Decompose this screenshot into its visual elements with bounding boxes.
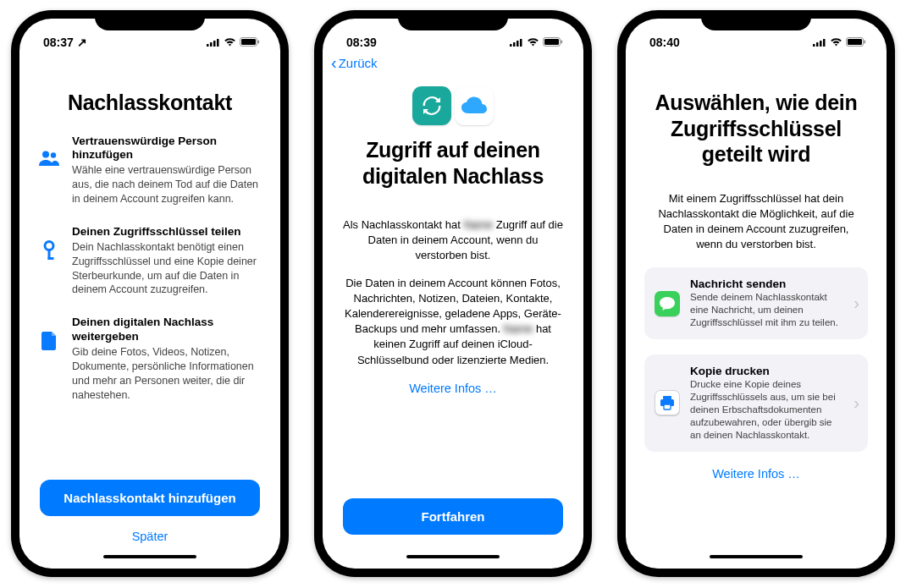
option-send-message[interactable]: Nachricht senden Sende deinem Nachlassko… [644, 267, 868, 339]
screen-legacy-contact-intro: 08:37 ↗ Nachlasskontakt Vertrauenswürdig… [19, 19, 280, 569]
more-info-link[interactable]: Weitere Infos … [341, 373, 565, 404]
battery-icon [543, 36, 563, 49]
wifi-icon [224, 36, 236, 49]
redacted-name: Name [463, 217, 493, 233]
svg-rect-3 [217, 39, 219, 47]
svg-rect-17 [544, 39, 559, 45]
people-icon [38, 135, 60, 206]
home-indicator[interactable] [406, 555, 500, 558]
option-title: Nachricht senden [690, 278, 843, 290]
add-legacy-contact-button[interactable]: Nachlasskontakt hinzufügen [40, 480, 260, 516]
chevron-right-icon: › [854, 393, 859, 413]
option-desc: Drucke eine Kopie deines Zugriffsschlüss… [690, 378, 843, 442]
page-title: Auswählen, wie dein Zugriffsschlüssel ge… [644, 90, 868, 168]
svg-point-7 [42, 151, 49, 157]
notch [701, 10, 811, 30]
option-title: Kopie drucken [690, 365, 843, 377]
screen-share-key: 08:40 Auswählen, wie dein Zugriffsschlüs… [626, 19, 887, 569]
nav-bar [626, 51, 887, 74]
phone-1: 08:37 ↗ Nachlasskontakt Vertrauenswürdig… [11, 10, 289, 577]
status-time: 08:37 [43, 36, 74, 49]
key-icon [38, 225, 60, 297]
status-time: 08:40 [649, 36, 680, 49]
svg-rect-5 [241, 39, 256, 45]
svg-rect-24 [848, 39, 862, 45]
notch [398, 10, 508, 30]
svg-rect-18 [561, 41, 563, 44]
feature-add-person: Vertrauenswürdige Person hinzufügen Wähl… [38, 135, 262, 206]
status-time: 08:39 [346, 36, 377, 49]
svg-rect-20 [816, 42, 819, 47]
feature-desc: Wähle eine vertrauenswürdige Person aus,… [72, 163, 262, 206]
continue-button[interactable]: Fortfahren [343, 498, 563, 535]
nav-bar [19, 51, 280, 74]
cellular-icon [813, 36, 826, 49]
document-icon [38, 316, 60, 402]
home-indicator[interactable] [103, 555, 196, 558]
feature-pass-on: Deinen digitalen Nachlass weitergeben Gi… [38, 316, 262, 402]
svg-rect-14 [517, 41, 519, 47]
cellular-icon [207, 36, 220, 49]
home-indicator[interactable] [710, 555, 803, 558]
access-paragraph-2: Die Daten in deinem Account können Fotos… [341, 276, 565, 368]
option-print-copy[interactable]: Kopie drucken Drucke eine Kopie deines Z… [644, 354, 868, 452]
nav-bar: ‹ Zurück [323, 51, 583, 74]
access-paragraph-1: Als Nachlasskontakt hat Name Zugriff auf… [341, 217, 565, 264]
phone-3: 08:40 Auswählen, wie dein Zugriffsschlüs… [617, 10, 895, 577]
svg-rect-26 [663, 396, 671, 399]
svg-rect-19 [813, 44, 815, 47]
cellular-icon [510, 36, 523, 49]
page-title: Zugriff auf deinen digitalen Nachlass [341, 137, 565, 189]
feature-title: Deinen Zugriffsschlüssel teilen [72, 225, 262, 239]
printer-icon [655, 390, 680, 415]
phone-2: 08:39 ‹ Zurück Zugriff auf deinen digita… [314, 10, 592, 577]
back-button[interactable]: Zurück [339, 56, 378, 70]
feature-title: Deinen digitalen Nachlass weitergeben [72, 316, 262, 344]
svg-rect-15 [520, 39, 522, 47]
svg-rect-25 [865, 41, 866, 44]
svg-rect-22 [823, 39, 826, 47]
notch [95, 10, 205, 30]
option-desc: Sende deinem Nachlasskontakt eine Nachri… [690, 291, 843, 329]
svg-rect-6 [258, 41, 260, 44]
location-arrow-icon: ↗ [77, 36, 87, 49]
more-info-link[interactable]: Weitere Infos … [644, 467, 868, 489]
chevron-right-icon: › [854, 294, 859, 313]
svg-rect-0 [207, 44, 209, 47]
feature-share-key: Deinen Zugriffsschlüssel teilen Dein Nac… [38, 225, 262, 297]
screen-digital-legacy-access: 08:39 ‹ Zurück Zugriff auf deinen digita… [323, 19, 583, 569]
svg-point-8 [51, 152, 56, 157]
svg-rect-21 [820, 41, 822, 47]
svg-rect-11 [48, 257, 54, 260]
svg-rect-1 [210, 42, 213, 47]
page-title: Nachlasskontakt [38, 90, 262, 116]
svg-rect-12 [510, 44, 512, 47]
wifi-icon [830, 36, 842, 49]
svg-rect-2 [213, 41, 216, 47]
feature-desc: Gib deine Fotos, Videos, Notizen, Dokume… [72, 345, 262, 403]
svg-rect-13 [513, 42, 516, 47]
redacted-name: Name [504, 321, 533, 337]
battery-icon [846, 36, 866, 49]
feature-desc: Dein Nachlasskontakt benötigt einen Zugr… [72, 240, 262, 298]
messages-icon [655, 291, 680, 316]
later-button[interactable]: Später [38, 521, 262, 552]
wifi-icon [527, 36, 539, 49]
feature-title: Vertrauenswürdige Person hinzufügen [72, 135, 262, 163]
svg-rect-28 [664, 404, 671, 409]
intro-text: Mit einem Zugriffsschlüssel hat dein Nac… [649, 191, 863, 253]
chevron-left-icon[interactable]: ‹ [331, 54, 337, 71]
battery-icon [240, 36, 260, 49]
sync-icon [412, 86, 451, 125]
icloud-icon [455, 86, 494, 125]
